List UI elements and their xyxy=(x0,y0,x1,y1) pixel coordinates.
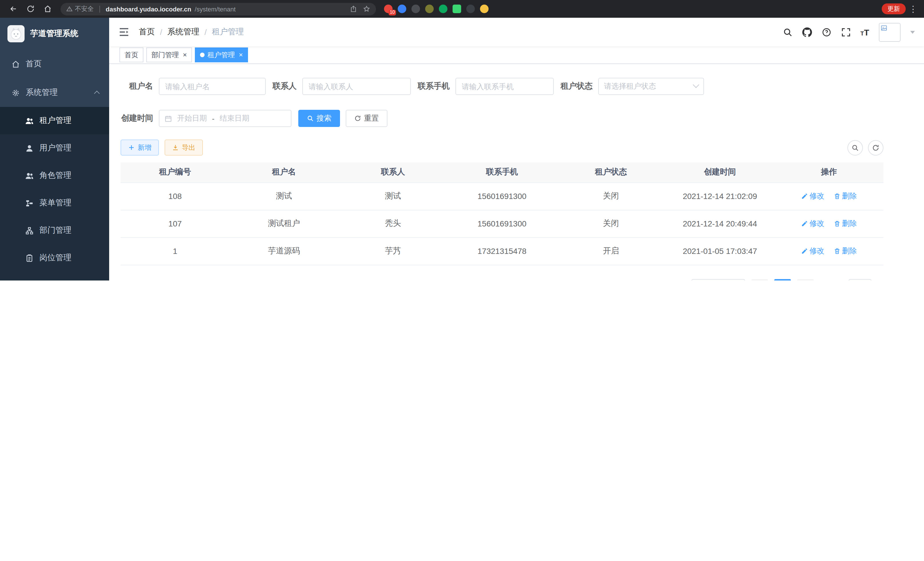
edit-pencil-icon xyxy=(801,220,808,227)
delete-button[interactable]: 删除 xyxy=(833,191,857,201)
close-icon[interactable]: × xyxy=(183,51,187,58)
profile-avatar-icon[interactable] xyxy=(480,5,489,13)
search-icon[interactable] xyxy=(783,27,792,37)
edit-button[interactable]: 修改 xyxy=(801,191,824,201)
col-status: 租户状态 xyxy=(556,162,665,182)
extension-icon[interactable] xyxy=(453,5,461,13)
edit-button[interactable]: 修改 xyxy=(801,246,824,256)
sidebar-item-tenant[interactable]: 租户管理 xyxy=(0,107,109,134)
hamburger-icon[interactable] xyxy=(118,26,130,38)
trash-icon xyxy=(833,193,840,200)
sidebar-item-user[interactable]: 用户管理 xyxy=(0,134,109,162)
page-size-select[interactable]: 10条/页 xyxy=(692,279,745,281)
breadcrumb-system[interactable]: 系统管理 xyxy=(167,27,200,37)
app-title: 芋道管理系统 xyxy=(30,29,78,39)
col-tenant-id: 租户编号 xyxy=(121,162,230,182)
tab-tenant[interactable]: 租户管理× xyxy=(195,47,248,62)
table-row: 107 测试租户 秃头 15601691300 关闭 2021-12-14 20… xyxy=(121,210,884,237)
date-range-picker[interactable]: 开始日期 - 结束日期 xyxy=(159,110,291,127)
search-icon xyxy=(851,144,859,151)
tab-dept[interactable]: 部门管理× xyxy=(146,47,192,62)
sidebar-item-post[interactable]: 岗位管理 xyxy=(0,244,109,272)
security-warning[interactable]: 不安全 xyxy=(66,5,94,13)
roles-icon xyxy=(25,171,34,180)
system-submenu: 租户管理 用户管理 角色管理 菜单管理 部门管理 xyxy=(0,107,109,281)
home-icon xyxy=(11,60,20,68)
calendar-icon xyxy=(165,115,172,122)
col-phone: 联系手机 xyxy=(447,162,556,182)
back-icon[interactable] xyxy=(6,2,21,16)
next-page-button[interactable] xyxy=(797,279,814,281)
extensions-bar: 10 xyxy=(384,5,489,13)
font-size-icon[interactable]: TT xyxy=(860,27,869,37)
breadcrumb-home[interactable]: 首页 xyxy=(139,27,155,37)
share-icon[interactable] xyxy=(350,5,357,13)
delete-button[interactable]: 删除 xyxy=(833,246,857,256)
gear-icon xyxy=(11,88,20,97)
col-contact: 联系人 xyxy=(339,162,447,182)
sidebar-item-role[interactable]: 角色管理 xyxy=(0,162,109,189)
reset-button[interactable]: 重置 xyxy=(346,110,387,127)
home-browser-icon[interactable] xyxy=(40,2,55,16)
avatar[interactable] xyxy=(879,23,901,41)
chrome-update-button[interactable]: 更新 xyxy=(882,3,906,14)
page-number-button[interactable]: 1 xyxy=(774,279,791,281)
security-label: 不安全 xyxy=(75,5,94,13)
sidebar-item-dict[interactable]: 字典管理 xyxy=(0,272,109,281)
broken-image-icon xyxy=(880,24,887,31)
prev-page-button[interactable] xyxy=(752,279,768,281)
sidebar-item-dept[interactable]: 部门管理 xyxy=(0,217,109,244)
filter-row-1: 租户名 联系人 联系手机 租户状态 xyxy=(121,78,884,95)
help-icon[interactable] xyxy=(821,27,831,37)
fullscreen-icon[interactable] xyxy=(841,27,850,37)
status-value: 关闭 xyxy=(556,182,665,210)
extension-icon[interactable] xyxy=(466,5,475,13)
close-icon[interactable]: × xyxy=(239,51,243,58)
tenant-name-input[interactable] xyxy=(159,78,266,95)
bookmark-star-icon[interactable] xyxy=(363,5,370,13)
tab-home[interactable]: 首页 xyxy=(119,47,143,62)
github-icon[interactable] xyxy=(802,27,812,37)
status-select[interactable]: 请选择租户状态 xyxy=(598,78,704,95)
extension-icon[interactable]: 10 xyxy=(384,5,393,13)
refresh-icon xyxy=(872,144,879,151)
trash-icon xyxy=(833,248,840,254)
address-bar[interactable]: 不安全 dashboard.yudao.iocoder.cn/system/te… xyxy=(61,3,376,15)
plus-icon xyxy=(128,144,135,151)
phone-input[interactable] xyxy=(455,78,554,95)
extension-icon[interactable] xyxy=(439,5,447,13)
edit-button[interactable]: 修改 xyxy=(801,218,824,229)
toggle-search-button[interactable] xyxy=(848,140,863,155)
browser-toolbar: 不安全 dashboard.yudao.iocoder.cn/system/te… xyxy=(0,0,924,18)
extension-icon[interactable] xyxy=(398,5,406,13)
col-tenant-name: 租户名 xyxy=(230,162,338,182)
url-domain: dashboard.yudao.iocoder.cn xyxy=(106,5,191,12)
export-button[interactable]: 导出 xyxy=(165,140,203,156)
extension-icon[interactable] xyxy=(411,5,420,13)
download-icon xyxy=(172,144,179,151)
goto-page-input[interactable] xyxy=(849,279,872,281)
trash-icon xyxy=(833,220,840,227)
status-value: 关闭 xyxy=(556,210,665,237)
table-header-row: 租户编号 租户名 联系人 联系手机 租户状态 创建时间 操作 xyxy=(121,162,884,182)
add-button[interactable]: 新增 xyxy=(121,140,159,156)
sidebar-item-system[interactable]: 系统管理 xyxy=(0,78,109,107)
search-button[interactable]: 搜索 xyxy=(298,110,340,127)
contact-label: 联系人 xyxy=(273,81,297,92)
extension-icon[interactable] xyxy=(425,5,434,13)
delete-button[interactable]: 删除 xyxy=(833,218,857,229)
caret-down-icon[interactable] xyxy=(910,31,915,33)
menu-tree-icon xyxy=(25,199,34,207)
browser-menu-icon[interactable]: ⋮ xyxy=(908,4,918,14)
divider xyxy=(99,5,100,12)
logo[interactable]: 芋道管理系统 xyxy=(0,18,109,50)
refresh-table-button[interactable] xyxy=(868,140,884,155)
tenant-table: 租户编号 租户名 联系人 联系手机 租户状态 创建时间 操作 1 xyxy=(121,162,884,265)
contact-input[interactable] xyxy=(302,78,411,95)
sidebar-item-home[interactable]: 首页 xyxy=(0,50,109,78)
reload-icon[interactable] xyxy=(23,2,38,16)
sidebar-item-menu[interactable]: 菜单管理 xyxy=(0,189,109,217)
edit-pencil-icon xyxy=(801,193,808,200)
active-dot xyxy=(200,53,205,57)
col-created: 创建时间 xyxy=(665,162,774,182)
